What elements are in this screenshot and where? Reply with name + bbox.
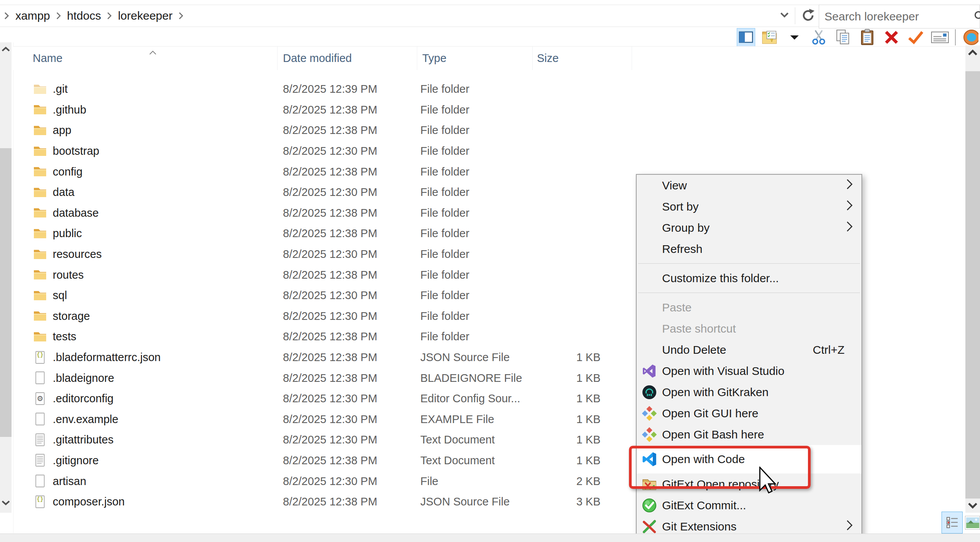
file-date: 8/2/2025 12:38 PM	[283, 166, 377, 178]
paste-button[interactable]	[858, 28, 876, 47]
file-name: .bladeignore	[53, 372, 114, 385]
refresh-icon[interactable]	[801, 7, 816, 24]
file-name: resources	[53, 248, 102, 261]
file-date: 8/2/2025 12:30 PM	[283, 186, 377, 199]
dropdown-caret-icon	[789, 34, 799, 40]
dropdown-caret-button[interactable]	[785, 28, 804, 47]
mail-icon	[931, 30, 949, 44]
file-row-bootstrap[interactable]: bootstrap8/2/2025 12:30 PMFile folder	[13, 141, 965, 162]
file-name: .env.example	[53, 413, 118, 426]
menu-item-gitext-commit[interactable]: GitExt Commit...	[637, 495, 861, 516]
checkmark-icon	[907, 30, 924, 45]
right-scroll-up-icon[interactable]	[965, 46, 980, 59]
search-icon[interactable]	[973, 10, 980, 23]
menu-item-open-with-code[interactable]: Open with Code	[637, 445, 861, 473]
file-name: sql	[53, 289, 67, 302]
right-scroll-down-icon[interactable]	[965, 500, 980, 511]
mail-button[interactable]	[931, 28, 949, 47]
menu-item-open-git-gui-here[interactable]: Open Git GUI here	[637, 403, 861, 424]
copy-button[interactable]	[834, 28, 852, 47]
shell-button[interactable]	[962, 28, 980, 47]
menu-item-sort-by[interactable]: Sort by	[637, 196, 861, 217]
column-header-date-modified[interactable]: Date modified	[278, 47, 417, 70]
folder-icon	[33, 267, 47, 283]
scroll-up-icon[interactable]	[0, 44, 12, 55]
right-scrollbar[interactable]	[965, 45, 980, 513]
address-dropdown-icon[interactable]	[779, 12, 789, 20]
file-row-.github[interactable]: .github8/2/2025 12:38 PMFile folder	[13, 100, 965, 120]
menu-item-label: Paste	[662, 301, 692, 314]
file-date: 8/2/2025 12:30 PM	[283, 392, 377, 405]
breadcrumb-root-chevron-icon[interactable]	[0, 12, 13, 20]
file-date: 8/2/2025 12:30 PM	[283, 433, 377, 446]
menu-item-label: Git Extensions	[662, 520, 736, 533]
menu-item-view[interactable]: View	[637, 175, 861, 196]
folder-icon	[33, 246, 47, 263]
menu-item-label: Open with Code	[662, 453, 745, 466]
details-view-button[interactable]	[942, 512, 963, 534]
file-name: .editorconfig	[53, 392, 114, 405]
submenu-arrow-icon	[846, 519, 853, 534]
file-size: 1 KB	[508, 392, 600, 405]
shell-icon	[963, 28, 978, 46]
file-type: Editor Config Sour...	[420, 392, 520, 405]
details-view-icon	[945, 515, 960, 530]
file-row-.git[interactable]: .git8/2/2025 12:39 PMFile folder	[13, 79, 965, 100]
file-name: config	[53, 166, 82, 178]
thumbnail-view-icon	[966, 517, 979, 528]
menu-item-undo-delete[interactable]: Undo DeleteCtrl+Z	[637, 339, 861, 360]
menu-item-customize-this-folder[interactable]: Customize this folder...	[637, 268, 861, 289]
column-header-type[interactable]: Type	[417, 47, 533, 70]
breadcrumb-chevron-icon[interactable]	[175, 12, 187, 20]
folder-options-button[interactable]	[761, 28, 779, 47]
file-date: 8/2/2025 12:30 PM	[283, 289, 377, 302]
toolbar	[737, 28, 980, 47]
file-icon	[33, 411, 47, 427]
folder-options-icon	[761, 29, 779, 46]
gitext-repo-icon	[641, 476, 657, 492]
file-row-app[interactable]: app8/2/2025 12:38 PMFile folder	[13, 120, 965, 141]
paste-icon	[860, 28, 875, 46]
right-scrollbar-thumb[interactable]	[965, 71, 980, 499]
file-type: Text Document	[420, 454, 495, 467]
search-input[interactable]	[819, 10, 973, 23]
menu-item-group-by[interactable]: Group by	[637, 217, 861, 238]
menu-item-gitext-open-repository[interactable]: GitExt Open repository	[637, 473, 861, 495]
scroll-down-icon[interactable]	[0, 497, 12, 508]
cut-button[interactable]	[809, 28, 828, 47]
file-name: .github	[53, 104, 86, 116]
preview-pane-button[interactable]	[737, 28, 755, 47]
delete-icon	[883, 29, 900, 45]
file-date: 8/2/2025 12:30 PM	[283, 145, 377, 157]
breadcrumb-item-htdocs[interactable]: htdocs	[65, 9, 103, 22]
menu-item-open-with-gitkraken[interactable]: Open with GitKraken	[637, 381, 861, 403]
file-type: File folder	[420, 186, 469, 199]
column-header-name[interactable]: Name	[13, 47, 278, 70]
menu-item-open-git-bash-here[interactable]: Open Git Bash here	[637, 424, 861, 445]
folder-icon	[33, 122, 47, 139]
git-gui-icon	[641, 405, 657, 422]
thumbnail-view-button[interactable]	[965, 516, 980, 530]
file-icon: {}	[33, 494, 47, 510]
breadcrumb-item-lorekeeper[interactable]: lorekeeper	[115, 9, 175, 22]
file-name: data	[53, 186, 74, 199]
delete-button[interactable]	[882, 28, 901, 47]
left-scrollbar[interactable]	[0, 42, 12, 513]
breadcrumb-chevron-icon[interactable]	[52, 12, 65, 20]
checkmark-button[interactable]	[906, 28, 925, 47]
file-icon	[33, 432, 47, 448]
menu-item-refresh[interactable]: Refresh	[637, 238, 861, 259]
file-date: 8/2/2025 12:38 PM	[283, 495, 377, 508]
column-header-size[interactable]: Size	[533, 47, 632, 70]
svg-text:⚙: ⚙	[37, 395, 43, 403]
folder-icon	[33, 102, 47, 118]
file-name: routes	[53, 269, 84, 281]
menu-item-open-with-visual-studio[interactable]: Open with Visual Studio	[637, 360, 861, 381]
file-type: File folder	[420, 207, 469, 219]
breadcrumb-chevron-icon[interactable]	[103, 12, 115, 20]
file-name: .gitignore	[53, 454, 99, 467]
context-menu: ViewSort byGroup byRefreshCustomize this…	[636, 174, 862, 542]
breadcrumb-item-xampp[interactable]: xampp	[13, 9, 52, 22]
file-name: database	[53, 207, 99, 219]
left-scrollbar-thumb[interactable]	[0, 148, 12, 437]
